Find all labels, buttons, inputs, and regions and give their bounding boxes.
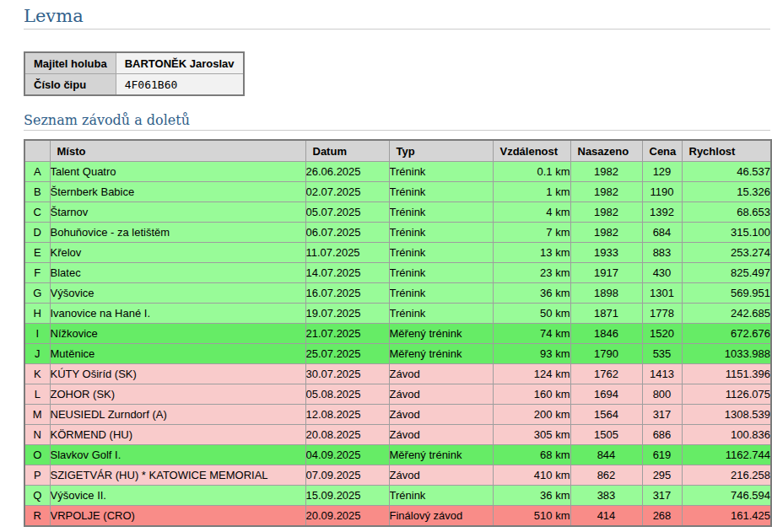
races-header-row: MístoDatumTypVzdálenostNasazenoCenaRychl… [24,140,771,162]
table-row: MNEUSIEDL Zurndorf (A)12.08.2025Závod200… [24,405,771,425]
cell-datum: 30.07.2025 [305,364,389,384]
cell-misto: Slavkov Golf I. [50,445,305,465]
cell-rychlost: 1162.744 [682,445,771,465]
cell-rychlost: 253.274 [682,243,771,263]
cell-datum: 14.07.2025 [305,263,389,283]
column-header-typ: Typ [389,140,493,162]
chip-label: Číslo čipu [24,74,116,96]
cell-typ: Závod [389,384,493,405]
cell-misto: KÚTY Oširíd (SK) [50,364,305,384]
column-header-vzdalenost: Vzdálenost [493,140,570,162]
cell-nasazeno: 1982 [570,202,642,223]
cell-misto: KÖRMEND (HU) [50,425,305,445]
cell-cena: 317 [642,405,682,425]
owner-info-table: Majitel holuba BARTONĚK Jaroslav Číslo č… [24,51,245,96]
cell-vzdalenost: 4 km [493,202,570,223]
cell-letter: G [24,283,50,304]
cell-nasazeno: 1762 [570,364,642,384]
cell-vzdalenost: 1 km [493,182,570,202]
table-row: HIvanovice na Hané I.19.07.2025Trénink50… [24,304,771,324]
cell-rychlost: 242.685 [682,304,771,324]
cell-cena: 686 [642,425,682,445]
cell-typ: Trénink [389,162,493,182]
cell-datum: 20.08.2025 [305,425,389,445]
cell-vzdalenost: 200 km [493,405,570,425]
cell-datum: 04.09.2025 [305,445,389,465]
cell-letter: F [24,263,50,283]
column-header-datum: Datum [305,140,389,162]
cell-vzdalenost: 7 km [493,223,570,243]
cell-datum: 26.06.2025 [305,162,389,182]
table-row: PSZIGETVÁR (HU) * KATOWICE MEMORIAL07.09… [24,465,771,486]
cell-letter: A [24,162,50,182]
cell-letter: H [24,304,50,324]
column-header-rychlost: Rychlost [682,140,771,162]
cell-rychlost: 1126.075 [682,384,771,405]
owner-info-row: Majitel holuba BARTONĚK Jaroslav [24,52,244,74]
cell-cena: 535 [642,344,682,364]
cell-letter: M [24,405,50,425]
cell-nasazeno: 862 [570,465,642,486]
cell-typ: Trénink [389,283,493,304]
corner-header [24,140,50,162]
cell-cena: 129 [642,162,682,182]
cell-datum: 11.07.2025 [305,243,389,263]
cell-misto: VRPOLJE (CRO) [50,506,305,527]
cell-datum: 16.07.2025 [305,283,389,304]
cell-cena: 1520 [642,324,682,344]
cell-datum: 07.09.2025 [305,465,389,486]
cell-datum: 19.07.2025 [305,304,389,324]
cell-vzdalenost: 36 km [493,486,570,506]
cell-typ: Měřený trénink [389,344,493,364]
cell-misto: Výšovice II. [50,486,305,506]
cell-typ: Trénink [389,223,493,243]
cell-nasazeno: 1505 [570,425,642,445]
cell-rychlost: 569.951 [682,283,771,304]
cell-cena: 1301 [642,283,682,304]
cell-typ: Trénink [389,182,493,202]
column-header-nasazeno: Nasazeno [570,140,642,162]
cell-misto: Štarnov [50,202,305,223]
cell-datum: 05.07.2025 [305,202,389,223]
cell-cena: 800 [642,384,682,405]
cell-rychlost: 1033.988 [682,344,771,364]
table-row: INížkovice21.07.2025Měřený trénink74 km1… [24,324,771,344]
cell-typ: Trénink [389,486,493,506]
cell-misto: Bohuňovice - za letištěm [50,223,305,243]
cell-vzdalenost: 68 km [493,445,570,465]
cell-vzdalenost: 124 km [493,364,570,384]
cell-datum: 15.09.2025 [305,486,389,506]
cell-typ: Trénink [389,263,493,283]
cell-cena: 1190 [642,182,682,202]
cell-nasazeno: 1790 [570,344,642,364]
cell-cena: 1413 [642,364,682,384]
cell-nasazeno: 1898 [570,283,642,304]
cell-datum: 21.07.2025 [305,324,389,344]
cell-misto: Ivanovice na Hané I. [50,304,305,324]
cell-rychlost: 100.836 [682,425,771,445]
cell-cena: 619 [642,445,682,465]
page: Levma Majitel holuba BARTONĚK Jaroslav Č… [0,0,772,532]
column-header-cena: Cena [642,140,682,162]
column-header-misto: Místo [50,140,305,162]
cell-misto: Křelov [50,243,305,263]
chip-value: 4F061B60 [116,74,244,96]
cell-vzdalenost: 74 km [493,324,570,344]
cell-vzdalenost: 0.1 km [493,162,570,182]
cell-letter: N [24,425,50,445]
title-divider [24,29,770,30]
table-row: KKÚTY Oširíd (SK)30.07.2025Závod124 km17… [24,364,771,384]
cell-datum: 02.07.2025 [305,182,389,202]
cell-datum: 12.08.2025 [305,405,389,425]
cell-cena: 1392 [642,202,682,223]
cell-typ: Trénink [389,304,493,324]
cell-cena: 883 [642,243,682,263]
cell-misto: Talent Quatro [50,162,305,182]
cell-misto: Šternberk Babice [50,182,305,202]
cell-letter: B [24,182,50,202]
owner-value: BARTONĚK Jaroslav [116,52,244,74]
table-row: FBlatec14.07.2025Trénink23 km1917430825.… [24,263,771,283]
cell-nasazeno: 1982 [570,182,642,202]
cell-misto: SZIGETVÁR (HU) * KATOWICE MEMORIAL [50,465,305,486]
cell-nasazeno: 844 [570,445,642,465]
